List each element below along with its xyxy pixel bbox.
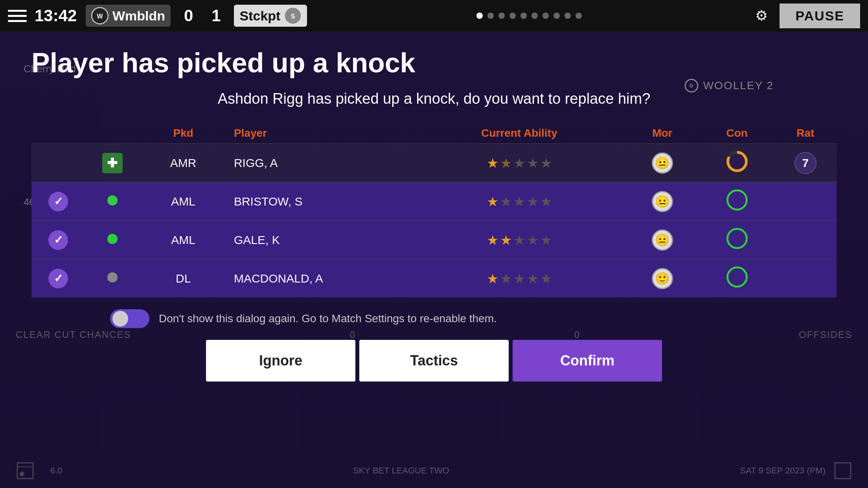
- availability-dot-icon: [107, 234, 118, 244]
- selected-check-icon: [48, 269, 68, 288]
- availability-dot-icon: [107, 195, 118, 205]
- condition-circle-icon: [726, 228, 748, 249]
- col-pkd: Pkd: [140, 123, 227, 144]
- row3-position: AML: [140, 221, 227, 259]
- condition-circle-icon: [726, 189, 748, 211]
- top-bar: 13:42 W Wmbldn 0 1 Stckpt S: [0, 0, 868, 31]
- row4-status: [85, 259, 140, 298]
- row3-condition: [700, 221, 774, 259]
- table-row[interactable]: AML BRISTOW, S ★ ★ ★ ★ ★ 😐: [31, 182, 837, 221]
- score-display: 0 1: [178, 6, 226, 25]
- row4-morale: 🙂: [625, 259, 700, 298]
- woolley-badge: ⚙ WOOLLEY 2: [684, 79, 774, 93]
- menu-icon[interactable]: [8, 6, 27, 25]
- availability-dot-icon: [107, 272, 118, 283]
- player-table: Pkd Player Current Ability Mor Con Rat ✚…: [31, 123, 837, 297]
- svg-text:W: W: [97, 13, 103, 20]
- row1-morale: 😐: [625, 144, 700, 182]
- svg-text:⚙: ⚙: [688, 83, 694, 89]
- action-buttons: Ignore Tactics Confirm: [31, 340, 837, 382]
- away-team-name: Stckpt: [239, 8, 280, 24]
- row4-condition: [700, 259, 774, 298]
- home-team-name: Wmbldn: [112, 8, 165, 24]
- toggle-row: Don't show this dialog again. Go to Matc…: [31, 309, 837, 328]
- match-time: 13:42: [35, 6, 78, 25]
- away-team-logo: S: [284, 7, 302, 24]
- selected-check-icon: [48, 192, 68, 211]
- match-dots: [315, 13, 743, 19]
- col-rat: Rat: [774, 123, 837, 144]
- row3-rating: [774, 221, 837, 259]
- row3-name: GALE, K: [227, 221, 414, 259]
- row2-name: BRISTOW, S: [227, 182, 414, 221]
- row1-position: AMR: [140, 144, 227, 182]
- row2-position: AML: [140, 182, 227, 221]
- dialog-toggle[interactable]: [110, 309, 149, 328]
- tactics-button[interactable]: Tactics: [359, 340, 509, 382]
- col-mor: Mor: [625, 123, 700, 144]
- col-con: Con: [700, 123, 774, 144]
- condition-circle-icon: [726, 266, 748, 288]
- row4-stars: ★ ★ ★ ★ ★: [414, 259, 625, 298]
- dot-1: [476, 13, 483, 19]
- dialog-overlay: ⚙ WOOLLEY 2 Player has picked up a knock…: [0, 31, 868, 488]
- dot-4: [509, 13, 516, 19]
- row1-medical: ✚: [85, 144, 140, 182]
- score-away: 1: [211, 6, 221, 25]
- dialog-title: Player has picked up a knock: [31, 47, 837, 79]
- col-player: Player: [227, 123, 414, 144]
- home-team-logo: W: [91, 7, 108, 24]
- row2-check: [31, 182, 85, 221]
- dot-7: [542, 13, 549, 19]
- row1-stars: ★ ★ ★ ★ ★: [414, 144, 625, 182]
- col-ability: Current Ability: [414, 123, 625, 144]
- row3-status: [85, 221, 140, 259]
- row1-name: RIGG, A: [227, 144, 414, 182]
- row1-check: [31, 144, 85, 182]
- row3-stars: ★ ★ ★ ★ ★: [414, 221, 625, 259]
- table-row[interactable]: AML GALE, K ★ ★ ★ ★ ★ 😐: [31, 221, 837, 259]
- medical-cross-icon: ✚: [102, 153, 123, 173]
- row4-check: [31, 259, 85, 298]
- row4-name: MACDONALD, A: [227, 259, 414, 298]
- row3-check: [31, 221, 85, 259]
- dot-8: [554, 13, 560, 19]
- score-home: 0: [184, 6, 193, 25]
- row2-status: [85, 182, 140, 221]
- dot-9: [565, 13, 571, 19]
- toggle-label: Don't show this dialog again. Go to Matc…: [159, 312, 497, 325]
- row1-rating: 7: [774, 144, 837, 182]
- row4-rating: [774, 259, 837, 298]
- pause-button[interactable]: PAUSE: [780, 4, 860, 28]
- table-row[interactable]: DL MACDONALD, A ★ ★ ★ ★ ★ 🙂: [31, 259, 837, 298]
- home-team-badge: W Wmbldn: [86, 5, 171, 27]
- row2-condition: [700, 182, 774, 221]
- confirm-button[interactable]: Confirm: [513, 340, 662, 382]
- dot-10: [576, 13, 582, 19]
- ignore-button[interactable]: Ignore: [206, 340, 355, 382]
- row2-rating: [774, 182, 837, 221]
- svg-text:S: S: [291, 13, 295, 20]
- row2-stars: ★ ★ ★ ★ ★: [414, 182, 625, 221]
- toggle-knob: [112, 311, 128, 327]
- dot-6: [531, 13, 538, 19]
- table-row[interactable]: ✚ AMR RIGG, A ★ ★ ★ ★ ★ 😐: [31, 144, 837, 182]
- row1-condition: [700, 144, 774, 182]
- row4-position: DL: [140, 259, 227, 298]
- away-team-badge: Stckpt S: [234, 5, 307, 27]
- selected-check-icon: [48, 230, 68, 250]
- settings-icon[interactable]: ⚙: [751, 6, 772, 26]
- dot-5: [520, 13, 527, 19]
- dot-3: [498, 13, 505, 19]
- row3-morale: 😐: [625, 221, 700, 259]
- row2-morale: 😐: [625, 182, 700, 221]
- dialog-message: Ashdon Rigg has picked up a knock, do yo…: [31, 90, 837, 107]
- dot-2: [487, 13, 494, 19]
